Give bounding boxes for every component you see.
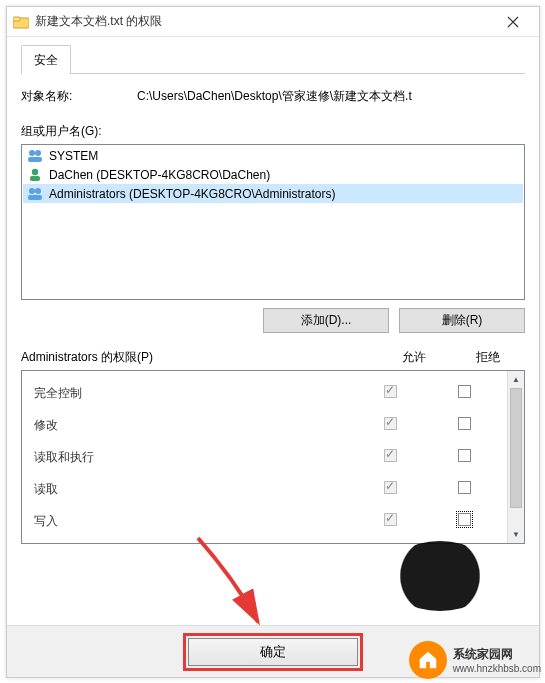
deny-checkbox[interactable]	[458, 417, 471, 430]
list-item[interactable]: DaChen (DESKTOP-4KG8CRO\DaChen)	[23, 165, 523, 184]
permission-row: 读取	[28, 473, 501, 505]
close-button[interactable]	[491, 7, 535, 37]
tab-security[interactable]: 安全	[21, 45, 71, 74]
window-title: 新建文本文档.txt 的权限	[35, 13, 491, 30]
permission-name: 读取	[28, 481, 353, 498]
permission-name: 修改	[28, 417, 353, 434]
permission-name: 写入	[28, 513, 353, 530]
permissions-dialog: 新建文本文档.txt 的权限 安全 对象名称: C:\Users\DaChen\…	[6, 6, 540, 678]
deny-checkbox[interactable]	[458, 449, 471, 462]
svg-point-2	[29, 150, 35, 156]
permission-row: 写入	[28, 505, 501, 537]
permission-row: 读取和执行	[28, 441, 501, 473]
permission-name: 完全控制	[28, 385, 353, 402]
svg-point-5	[32, 168, 38, 174]
ok-button[interactable]: 确定	[188, 638, 358, 666]
list-item-label: DaChen (DESKTOP-4KG8CRO\DaChen)	[49, 168, 270, 182]
permissions-box: 完全控制修改读取和执行读取写入 ▲ ▼	[21, 370, 525, 544]
permission-row: 修改	[28, 409, 501, 441]
groups-label: 组或用户名(G):	[21, 123, 525, 140]
permissions-title: Administrators 的权限(P)	[21, 349, 377, 366]
folder-icon	[13, 14, 29, 30]
svg-rect-1	[13, 17, 20, 21]
allow-checkbox[interactable]	[384, 385, 397, 398]
group-buttons: 添加(D)... 删除(R)	[21, 308, 525, 333]
allow-checkbox[interactable]	[384, 449, 397, 462]
tab-strip: 安全	[21, 45, 525, 74]
groups-listbox[interactable]: SYSTEMDaChen (DESKTOP-4KG8CRO\DaChen)Adm…	[21, 144, 525, 300]
svg-rect-6	[30, 176, 40, 181]
deny-column-header: 拒绝	[451, 349, 525, 366]
scroll-up-icon[interactable]: ▲	[508, 371, 524, 388]
scroll-down-icon[interactable]: ▼	[508, 526, 524, 543]
deny-checkbox[interactable]	[458, 385, 471, 398]
permissions-scrollbar[interactable]: ▲ ▼	[507, 371, 524, 543]
svg-point-3	[35, 150, 41, 156]
scrollbar-track[interactable]	[508, 508, 524, 526]
add-button[interactable]: 添加(D)...	[263, 308, 389, 333]
permissions-rows: 完全控制修改读取和执行读取写入	[22, 371, 507, 543]
allow-column-header: 允许	[377, 349, 451, 366]
permission-name: 读取和执行	[28, 449, 353, 466]
user-icon	[27, 167, 43, 183]
list-item-label: Administrators (DESKTOP-4KG8CRO\Administ…	[49, 187, 336, 201]
allow-checkbox[interactable]	[384, 417, 397, 430]
object-name-row: 对象名称: C:\Users\DaChen\Desktop\管家速修\新建文本文…	[21, 88, 525, 105]
deny-checkbox[interactable]	[458, 481, 471, 494]
users-group-icon	[27, 148, 43, 164]
list-item-label: SYSTEM	[49, 149, 98, 163]
svg-rect-4	[28, 157, 42, 162]
allow-checkbox[interactable]	[384, 481, 397, 494]
titlebar: 新建文本文档.txt 的权限	[7, 7, 539, 37]
list-item[interactable]: Administrators (DESKTOP-4KG8CRO\Administ…	[23, 184, 523, 203]
object-name-label: 对象名称:	[21, 88, 137, 105]
permissions-header: Administrators 的权限(P) 允许 拒绝	[21, 349, 525, 366]
svg-point-8	[35, 188, 41, 194]
scrollbar-thumb[interactable]	[510, 388, 522, 508]
deny-checkbox[interactable]	[458, 513, 471, 526]
object-name-value: C:\Users\DaChen\Desktop\管家速修\新建文本文档.t	[137, 88, 525, 105]
svg-rect-9	[28, 195, 42, 200]
remove-button[interactable]: 删除(R)	[399, 308, 525, 333]
dialog-body: 安全 对象名称: C:\Users\DaChen\Desktop\管家速修\新建…	[7, 37, 539, 558]
svg-point-7	[29, 188, 35, 194]
allow-checkbox[interactable]	[384, 513, 397, 526]
dialog-footer: 确定	[7, 625, 539, 677]
users-group-icon	[27, 186, 43, 202]
list-item[interactable]: SYSTEM	[23, 146, 523, 165]
permission-row: 完全控制	[28, 377, 501, 409]
